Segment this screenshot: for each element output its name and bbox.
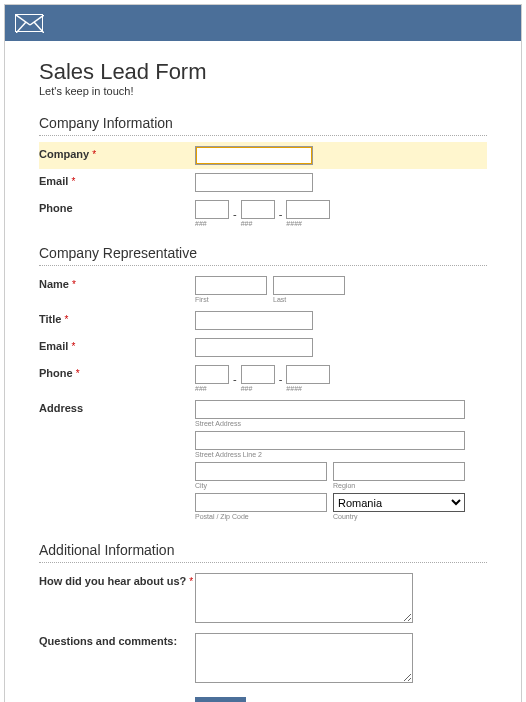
address-country-select[interactable]: Romania xyxy=(333,493,465,512)
company-phone-3[interactable] xyxy=(286,200,330,219)
submit-row: Send xyxy=(39,689,487,702)
rep-first-name-input[interactable] xyxy=(195,276,267,295)
label-rep-phone: Phone * xyxy=(39,365,195,379)
row-hear-about: How did you hear about us? * xyxy=(39,569,487,629)
phone-sep: - xyxy=(279,373,283,385)
rep-email-input[interactable] xyxy=(195,338,313,357)
rep-last-name-input[interactable] xyxy=(273,276,345,295)
svg-line-0 xyxy=(16,15,30,25)
label-rep-email: Email * xyxy=(39,338,195,352)
row-rep-title: Title * xyxy=(39,307,487,334)
rep-title-input[interactable] xyxy=(195,311,313,330)
address-street2-input[interactable] xyxy=(195,431,465,450)
section-company-info: Company Information xyxy=(39,115,487,136)
rep-phone-2[interactable] xyxy=(241,365,275,384)
row-questions: Questions and comments: xyxy=(39,629,487,689)
questions-textarea[interactable] xyxy=(195,633,413,683)
company-phone-1[interactable] xyxy=(195,200,229,219)
label-hear-about: How did you hear about us? * xyxy=(39,573,195,587)
page-title: Sales Lead Form xyxy=(39,59,487,85)
label-company-phone: Phone xyxy=(39,200,195,214)
svg-line-3 xyxy=(34,22,44,33)
row-rep-name: Name * First Last xyxy=(39,272,487,307)
hear-about-textarea[interactable] xyxy=(195,573,413,623)
form-container: Sales Lead Form Let's keep in touch! Com… xyxy=(4,4,522,702)
phone-sep: - xyxy=(279,208,283,220)
address-street1-input[interactable] xyxy=(195,400,465,419)
svg-line-1 xyxy=(30,15,44,25)
label-company-email: Email * xyxy=(39,173,195,187)
company-phone-2[interactable] xyxy=(241,200,275,219)
company-email-input[interactable] xyxy=(195,173,313,192)
label-rep-title: Title * xyxy=(39,311,195,325)
row-rep-address: Address Street Address Street Address Li… xyxy=(39,396,487,528)
svg-line-2 xyxy=(16,22,26,33)
rep-phone-1[interactable] xyxy=(195,365,229,384)
row-company: Company * xyxy=(39,142,487,169)
label-rep-name: Name * xyxy=(39,276,195,290)
label-questions: Questions and comments: xyxy=(39,633,195,647)
section-representative: Company Representative xyxy=(39,245,487,266)
company-input[interactable] xyxy=(195,146,313,165)
label-rep-address: Address xyxy=(39,400,195,414)
address-postal-input[interactable] xyxy=(195,493,327,512)
row-rep-email: Email * xyxy=(39,334,487,361)
form-content: Sales Lead Form Let's keep in touch! Com… xyxy=(5,41,521,702)
phone-sep: - xyxy=(233,373,237,385)
rep-phone-3[interactable] xyxy=(286,365,330,384)
address-city-input[interactable] xyxy=(195,462,327,481)
header-bar xyxy=(5,5,521,41)
row-company-email: Email * xyxy=(39,169,487,196)
label-company: Company * xyxy=(39,146,195,160)
row-company-phone: Phone ### - ### - #### xyxy=(39,196,487,231)
page-subtitle: Let's keep in touch! xyxy=(39,85,487,97)
phone-sep: - xyxy=(233,208,237,220)
section-additional: Additional Information xyxy=(39,542,487,563)
address-region-input[interactable] xyxy=(333,462,465,481)
send-button[interactable]: Send xyxy=(195,697,246,702)
row-rep-phone: Phone * ### - ### - xyxy=(39,361,487,396)
mail-icon xyxy=(15,14,43,32)
